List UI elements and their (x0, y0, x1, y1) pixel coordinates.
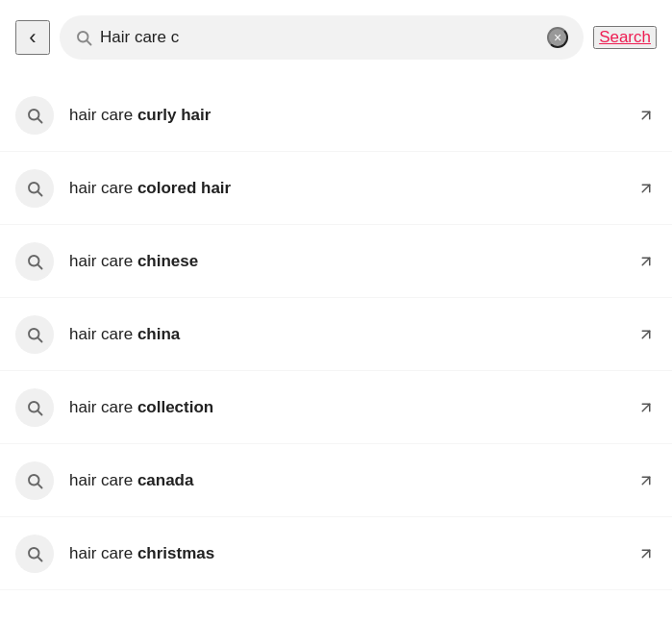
suggestion-text: hair care collection (69, 398, 635, 417)
svg-line-21 (37, 557, 41, 560)
svg-line-4 (642, 112, 650, 119)
suggestion-search-icon-circle (15, 315, 54, 354)
suggestion-text: hair care china (69, 325, 635, 344)
svg-line-6 (37, 191, 41, 195)
back-button[interactable]: ‹ (15, 20, 50, 55)
suggestion-search-icon (26, 326, 43, 343)
back-icon: ‹ (29, 25, 36, 50)
suggestion-text: hair care curly hair (69, 106, 635, 125)
suggestion-item[interactable]: hair care collection (0, 371, 672, 444)
arrow-fill-icon (635, 178, 657, 199)
suggestion-search-icon-circle (15, 96, 54, 135)
svg-line-7 (642, 185, 650, 192)
suggestion-search-icon (26, 545, 43, 562)
app-shell: ‹ × Search hair care cu (0, 0, 672, 590)
search-icon (75, 29, 92, 46)
suggestion-item[interactable]: hair care colored hair (0, 152, 672, 225)
suggestion-text: hair care canada (69, 471, 635, 490)
suggestion-item[interactable]: hair care china (0, 298, 672, 371)
svg-line-12 (37, 337, 41, 341)
search-header: ‹ × Search (0, 0, 672, 75)
arrow-fill-icon (635, 105, 657, 126)
suggestion-search-icon (26, 399, 43, 416)
suggestion-item[interactable]: hair care curly hair (0, 79, 672, 152)
svg-line-13 (642, 331, 650, 338)
svg-line-15 (37, 411, 41, 414)
search-button[interactable]: Search (593, 26, 657, 49)
svg-line-22 (642, 550, 650, 558)
search-icon-wrapper (75, 29, 92, 46)
svg-line-16 (642, 404, 650, 411)
suggestion-search-icon-circle (15, 535, 54, 573)
suggestion-search-icon (26, 253, 43, 270)
suggestion-text: hair care christmas (69, 544, 635, 563)
suggestion-text: hair care chinese (69, 252, 635, 271)
suggestion-item[interactable]: hair care chinese (0, 225, 672, 298)
suggestion-item[interactable]: hair care christmas (0, 517, 672, 590)
svg-line-18 (37, 484, 41, 487)
svg-line-9 (37, 264, 41, 268)
arrow-fill-icon (635, 251, 657, 272)
search-input[interactable] (100, 28, 539, 47)
svg-line-3 (37, 118, 41, 122)
search-bar: × (60, 15, 584, 60)
suggestion-search-icon (26, 180, 43, 197)
arrow-fill-icon (635, 397, 657, 418)
svg-line-19 (642, 477, 650, 485)
suggestion-search-icon-circle (15, 388, 54, 427)
svg-line-10 (642, 258, 650, 265)
suggestion-text: hair care colored hair (69, 179, 635, 198)
suggestion-search-icon (26, 472, 43, 489)
clear-icon: × (554, 31, 561, 44)
arrow-fill-icon (635, 470, 657, 491)
clear-button[interactable]: × (547, 27, 568, 48)
suggestions-list: hair care curly hair hair care colored h… (0, 79, 672, 590)
arrow-fill-icon (635, 324, 657, 345)
suggestion-item[interactable]: hair care canada (0, 444, 672, 517)
svg-line-1 (87, 40, 90, 44)
suggestion-search-icon-circle (15, 169, 54, 208)
suggestion-search-icon-circle (15, 461, 54, 500)
arrow-fill-icon (635, 543, 657, 564)
suggestion-search-icon-circle (15, 242, 54, 281)
suggestion-search-icon (26, 107, 43, 124)
